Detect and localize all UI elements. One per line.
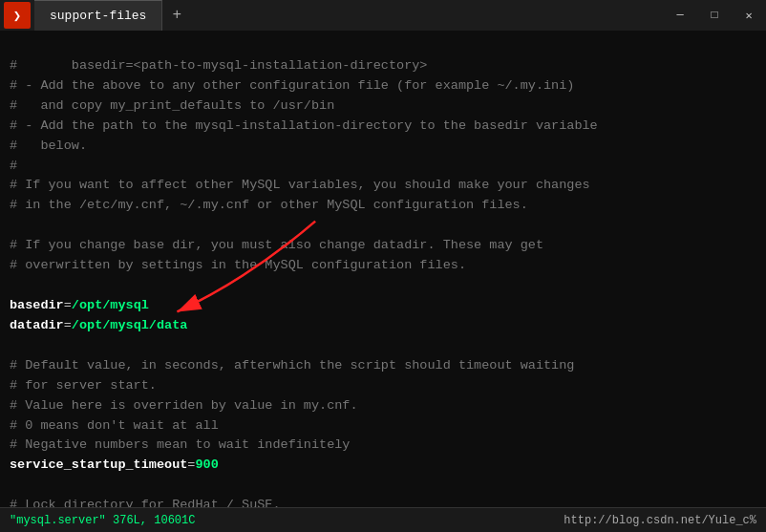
tab-support-files[interactable]: support-files <box>34 0 162 31</box>
code-line: # overwritten by settings in the MySQL c… <box>10 258 466 272</box>
close-button[interactable]: ✕ <box>732 0 766 31</box>
statusbar: "mysql.server" 376L, 10601C http://blog.… <box>0 507 766 532</box>
code-line-datadir: datadir=/opt/mysql/data <box>10 318 187 332</box>
code-line: # If you change base dir, you must also … <box>10 238 543 252</box>
code-line: # basedir=<path-to-mysql-installation-di… <box>10 58 427 73</box>
code-line: # - Add the path to the mysql-installati… <box>10 118 598 133</box>
maximize-button[interactable]: □ <box>697 0 732 31</box>
status-url: http://blog.csdn.net/Yule_c% <box>564 514 756 527</box>
status-file-info: "mysql.server" 376L, 10601C <box>10 514 195 527</box>
window-controls: — □ ✕ <box>663 0 766 31</box>
code-line: # If you want to affect other MySQL vari… <box>10 178 590 192</box>
code-line: # - Add the above to any other configura… <box>10 78 574 93</box>
code-line: # 0 means don't wait at all <box>10 418 219 433</box>
minimize-button[interactable]: — <box>663 0 697 31</box>
code-line: # Default value, in seconds, afterwhich … <box>10 358 574 372</box>
code-editor: # basedir=<path-to-mysql-installation-di… <box>10 36 756 507</box>
code-line: # Negative numbers mean to wait indefini… <box>10 437 350 452</box>
code-line: # Lock directory for RedHat / SuSE. <box>10 498 281 507</box>
terminal-icon: ❯ <box>4 2 31 29</box>
titlebar: ❯ support-files + — □ ✕ <box>0 0 766 31</box>
code-line: # below. <box>10 138 87 153</box>
code-line: # <box>10 159 17 173</box>
code-line-timeout: service_startup_timeout=900 <box>10 458 219 472</box>
code-content: # basedir=<path-to-mysql-installation-di… <box>0 31 766 507</box>
code-line: # in the /etc/my.cnf, ~/.my.cnf or other… <box>10 198 528 212</box>
code-line-basedir: basedir=/opt/mysql <box>10 298 149 312</box>
add-tab-button[interactable]: + <box>162 0 191 31</box>
code-line: # and copy my_print_defaults to /usr/bin <box>10 98 334 113</box>
code-line: # Value here is overriden by value in my… <box>10 398 358 413</box>
terminal-window: ❯ support-files + — □ ✕ # basedir=<path-… <box>0 0 766 532</box>
code-line: # for server start. <box>10 378 157 393</box>
